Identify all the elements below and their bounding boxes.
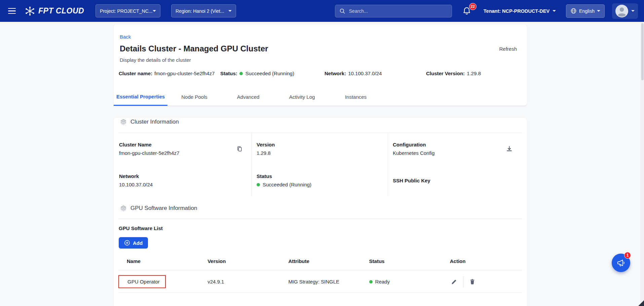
page-content: Back Details Cluster - Managed GPU Clust… [0, 22, 644, 306]
search-icon [339, 8, 345, 14]
action-divider [463, 276, 463, 288]
edit-row-button[interactable] [450, 277, 458, 286]
status-dot-green [239, 72, 243, 75]
column-header-version: Version [199, 258, 280, 264]
fpt-logo-icon [25, 6, 35, 16]
divider [118, 218, 522, 219]
chevron-down-icon [153, 10, 156, 12]
cell-name: GPU Operator [118, 275, 199, 288]
layers-icon [120, 119, 127, 125]
column-header-name: Name [118, 258, 199, 264]
status-dot-green [257, 183, 260, 186]
delete-row-button[interactable] [468, 277, 477, 286]
tenant-selector[interactable]: Tenant: NCP-PRODUCT-DEV [482, 8, 558, 14]
megaphone-icon [616, 258, 626, 267]
field-network: Network 10.100.37.0/24 [118, 165, 252, 196]
language-selector-label: English [579, 8, 595, 14]
section-title: Cluster Information [130, 119, 179, 125]
region-selector-label: Region: Hanoi 2 (Viet... [176, 8, 224, 14]
field-ssh-public-key: SSH Public Key [388, 165, 522, 196]
add-button-label: Add [133, 240, 143, 246]
field-cluster-name: Cluster Name fmon-gpu-cluster-5e2fh4z7 [118, 133, 252, 165]
cluster-summary: Cluster name: fmon-gpu-cluster-5e2fh4z7 … [114, 71, 527, 76]
fpt-cloud-logo[interactable]: FPT CLOUD [25, 6, 84, 16]
cell-attribute: MIG Strategy: SINGLE [280, 279, 361, 285]
page-subtitle: Display the details of the cluster [120, 57, 527, 63]
column-header-action: Action [442, 258, 522, 264]
language-selector[interactable]: English [566, 4, 605, 18]
tenant-selector-label: Tenant: NCP-PRODUCT-DEV [484, 8, 550, 14]
cluster-tabs: Essential Properties Node Pools Advanced… [114, 89, 527, 106]
chevron-down-icon [553, 10, 556, 12]
avatar [615, 5, 628, 17]
cell-status: Ready [361, 279, 442, 285]
plus-circle-icon [124, 240, 130, 246]
summary-cluster-name: Cluster name: fmon-gpu-cluster-5e2fh4z7 [119, 71, 220, 76]
download-icon [506, 146, 513, 152]
user-menu[interactable] [612, 3, 638, 19]
cluster-information-grid: Cluster Name fmon-gpu-cluster-5e2fh4z7 V… [118, 133, 522, 196]
notifications-button[interactable]: 22 [462, 6, 472, 16]
column-header-attribute: Attribute [280, 258, 361, 264]
copy-cluster-name-button[interactable] [235, 144, 244, 154]
refresh-button[interactable]: Refresh [499, 46, 517, 52]
summary-status: Status: Succeeded (Running) [220, 71, 325, 76]
field-status: Status Succeeded (Running) [252, 165, 388, 196]
tab-advanced[interactable]: Advanced [221, 89, 275, 106]
summary-cluster-version: Cluster Version: 1.29.8 [426, 71, 481, 76]
layers-icon [120, 205, 127, 212]
back-link[interactable]: Back [120, 34, 131, 40]
cell-action [442, 276, 522, 288]
search-input[interactable] [348, 8, 448, 14]
region-selector[interactable]: Region: Hanoi 2 (Viet... [171, 4, 236, 17]
menu-button[interactable] [6, 6, 18, 16]
download-kubeconfig-button[interactable] [505, 144, 514, 154]
cluster-details-card: Cluster Information Cluster Name fmon-gp… [114, 118, 527, 306]
tab-node-pools[interactable]: Node Pools [167, 89, 221, 106]
globe-icon [570, 8, 577, 14]
project-selector[interactable]: Project: PROJECT_NC... [96, 4, 160, 17]
logo-text: FPT CLOUD [38, 6, 84, 15]
page-title: Details Cluster - Managed GPU Cluster [120, 44, 268, 53]
status-dot-green [369, 280, 373, 283]
table-header-row: Name Version Attribute Status Action [118, 252, 522, 271]
tab-essential-properties[interactable]: Essential Properties [114, 89, 167, 106]
chevron-down-icon [631, 10, 635, 12]
table-row: GPU Operator v24.9.1 MIG Strategy: SINGL… [118, 271, 522, 293]
chevron-down-icon [597, 10, 600, 12]
announcements-fab[interactable]: 1 [612, 254, 630, 272]
chevron-down-icon [228, 10, 232, 12]
gpu-software-section-header: GPU Software Information [120, 204, 522, 212]
section-title: GPU Software Information [130, 205, 197, 212]
tab-instances[interactable]: Instances [329, 89, 383, 106]
search-box[interactable] [335, 5, 452, 17]
vertical-scrollbar[interactable] [641, 22, 644, 306]
scroll-corner-triangle [638, 300, 644, 306]
tab-activity-log[interactable]: Activity Log [275, 89, 329, 106]
edit-pencil-icon [451, 278, 457, 285]
project-selector-label: Project: PROJECT_NC... [100, 8, 152, 14]
scrollbar-thumb[interactable] [641, 23, 644, 80]
column-header-status: Status [361, 258, 442, 264]
add-gpu-software-button[interactable]: Add [119, 237, 148, 249]
gpu-software-list-label: GPU Software List [119, 225, 522, 231]
cell-version: v24.9.1 [199, 279, 280, 285]
cluster-header-card: Back Details Cluster - Managed GPU Clust… [114, 25, 527, 106]
gpu-software-table: Name Version Attribute Status Action GPU… [118, 252, 522, 293]
copy-icon [236, 146, 243, 152]
trash-icon [469, 278, 476, 285]
field-version: Version 1.29.8 [252, 133, 388, 165]
field-configuration: Configuration Kubernetes Config [388, 133, 522, 165]
highlighted-gpu-operator[interactable]: GPU Operator [118, 275, 166, 288]
top-navbar: FPT CLOUD Project: PROJECT_NC... Region:… [0, 0, 644, 22]
notification-badge: 22 [469, 3, 477, 10]
cluster-information-section-header: Cluster Information [120, 118, 522, 126]
announcement-badge: 1 [624, 252, 631, 259]
summary-network: Network: 10.100.37.0/24 [325, 71, 426, 76]
